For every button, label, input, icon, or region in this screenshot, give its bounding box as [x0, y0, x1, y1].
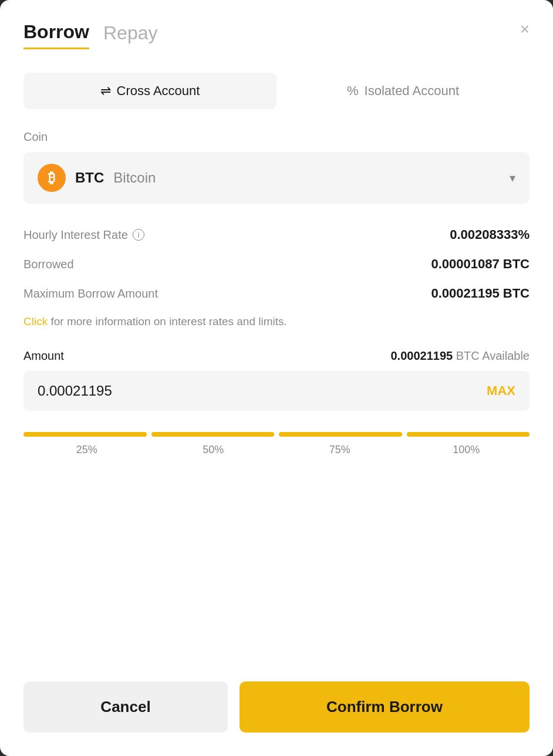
percentage-section: 25% 50% 75% 100% [23, 432, 530, 456]
close-button[interactable]: × [520, 21, 530, 38]
borrowed-row: Borrowed 0.00001087 BTC [23, 256, 530, 272]
slider-segment-100[interactable] [407, 432, 530, 437]
coin-selector[interactable]: ₿ BTC Bitcoin ▾ [23, 152, 530, 204]
info-section: Hourly Interest Rate i 0.00208333% Borro… [23, 227, 530, 301]
modal-header: Borrow Repay [23, 21, 530, 49]
click-link[interactable]: Click [23, 315, 48, 328]
percentage-labels: 25% 50% 75% 100% [23, 444, 530, 456]
chevron-down-icon: ▾ [510, 171, 515, 185]
pct-25[interactable]: 25% [23, 444, 150, 456]
coin-full-name: Bitcoin [113, 170, 156, 186]
coin-left: ₿ BTC Bitcoin [38, 164, 156, 192]
tab-repay[interactable]: Repay [103, 22, 158, 49]
isolated-icon: % [347, 83, 359, 99]
confirm-borrow-button[interactable]: Confirm Borrow [240, 681, 530, 733]
borrow-modal: Borrow Repay × ⇌ Cross Account % Isolate… [0, 0, 553, 756]
amount-available-value: 0.00021195 [391, 349, 453, 362]
cross-account-button[interactable]: ⇌ Cross Account [23, 73, 276, 109]
max-borrow-label: Maximum Borrow Amount [23, 287, 158, 301]
isolated-account-button[interactable]: % Isolated Account [276, 73, 530, 109]
slider-segment-50[interactable] [151, 432, 275, 437]
isolated-account-label: Isolated Account [365, 83, 459, 99]
coin-section-label: Coin [23, 130, 530, 144]
tab-borrow[interactable]: Borrow [23, 21, 89, 49]
amount-header: Amount 0.00021195 BTC Available [23, 349, 530, 363]
cancel-button[interactable]: Cancel [23, 681, 228, 733]
amount-input-container: MAX [23, 371, 530, 411]
borrowed-value: 0.00001087 BTC [431, 256, 530, 272]
amount-input[interactable] [38, 383, 487, 399]
button-row: Cancel Confirm Borrow [23, 681, 530, 733]
hourly-interest-row: Hourly Interest Rate i 0.00208333% [23, 227, 530, 242]
cross-icon: ⇌ [100, 83, 111, 99]
btc-icon: ₿ [38, 164, 66, 192]
coin-name: BTC [75, 170, 104, 186]
hourly-interest-value: 0.00208333% [450, 227, 530, 242]
amount-available: 0.00021195 BTC Available [391, 349, 530, 363]
info-icon[interactable]: i [133, 229, 144, 241]
amount-currency: BTC Available [456, 349, 530, 362]
account-selector: ⇌ Cross Account % Isolated Account [23, 73, 530, 109]
pct-100[interactable]: 100% [403, 444, 530, 456]
pct-50[interactable]: 50% [150, 444, 277, 456]
slider-segment-25[interactable] [23, 432, 147, 437]
borrowed-label: Borrowed [23, 258, 74, 271]
cross-account-label: Cross Account [117, 83, 200, 99]
hourly-interest-label: Hourly Interest Rate i [23, 228, 144, 242]
click-note: Click for more information on interest r… [23, 315, 530, 328]
slider-segment-75[interactable] [279, 432, 402, 437]
max-borrow-row: Maximum Borrow Amount 0.00021195 BTC [23, 286, 530, 301]
max-button[interactable]: MAX [487, 383, 515, 399]
amount-label: Amount [23, 349, 64, 363]
slider-bar [23, 432, 530, 437]
pct-75[interactable]: 75% [276, 444, 403, 456]
max-borrow-value: 0.00021195 BTC [431, 286, 530, 301]
